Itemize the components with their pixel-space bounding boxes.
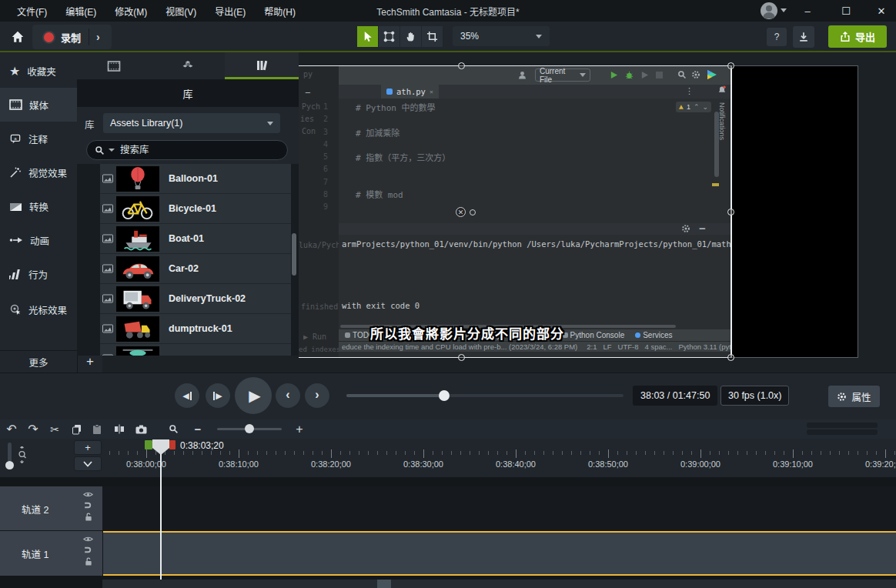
list-item-bicycle[interactable]: Bicycle-01 [100,194,291,224]
menu-view[interactable]: 视图(V) [156,5,206,18]
hide-panel-icon[interactable]: − [699,222,706,235]
lock-icon[interactable] [85,557,92,566]
magnet-icon[interactable] [84,501,92,509]
step-forward-button[interactable]: ▶ [206,383,230,408]
split-button[interactable] [109,419,129,439]
track-1-header[interactable]: 轨道 1 [0,531,102,576]
play-button[interactable]: ▶ [235,377,272,414]
list-item-dumptruck[interactable]: dumptruck-01 [100,314,291,344]
list-item-boat[interactable]: Boat-01 [100,224,291,254]
menu-file[interactable]: 文件(F) [8,5,56,18]
menu-help[interactable]: 帮助(H) [255,5,305,18]
record-dot-icon[interactable] [42,31,55,44]
cursor-tool-button[interactable] [357,26,378,47]
rotation-anchor-icon[interactable]: ✕ [456,207,466,217]
eye-icon[interactable] [83,536,93,543]
selection-handle-right[interactable] [727,209,734,215]
library-scrollbar[interactable] [292,168,296,322]
minimize-button[interactable]: – [794,0,821,22]
help-button[interactable]: ? [767,28,787,46]
playhead-line[interactable] [160,454,162,580]
sidebar-item-favorites[interactable]: ★ 收藏夹 [0,54,77,88]
selection-handle-bottom-right[interactable] [727,354,734,361]
canvas-zoom-select[interactable]: 35% [453,26,550,46]
record-button[interactable]: 录制 [61,30,81,45]
maximize-button[interactable]: ☐ [833,0,859,22]
tab-python-console[interactable]: Python Console [563,331,625,339]
list-item-partial[interactable] [100,344,291,356]
seek-slider[interactable] [346,394,624,397]
previous-clip-button[interactable]: ‹ [276,383,300,408]
tab-services[interactable]: Services [635,331,672,339]
redo-button[interactable]: ↷ [23,419,43,439]
menu-export[interactable]: 导出(E) [206,5,255,18]
tab-library[interactable] [225,52,299,79]
rotation-handle-icon[interactable] [470,209,476,215]
crop-tool-button[interactable] [422,26,443,47]
timeline-zoom-button[interactable] [163,419,183,439]
export-button[interactable]: 导出 [828,25,887,48]
record-expand-chevron-icon[interactable]: › [89,31,107,43]
list-item-car[interactable]: Car-02 [100,254,291,284]
lock-icon[interactable] [85,513,92,521]
timeline-hscrollbar-thumb[interactable] [377,580,391,588]
selection-handle-bottom[interactable] [458,354,465,361]
playhead-in-handle[interactable] [145,440,152,449]
undo-button[interactable]: ↶ [2,419,22,439]
selection-handle-top-right[interactable] [727,62,734,69]
download-button[interactable] [793,26,814,48]
zoom-in-button[interactable]: + [289,419,309,439]
next-clip-button[interactable]: › [305,383,329,408]
list-item-deliverytruck[interactable]: DeliveryTruck-02 [100,284,291,314]
editor-tab-mathpy[interactable]: ath.py ✕ [381,85,439,99]
snapshot-button[interactable] [131,419,151,439]
tab-assets[interactable] [151,52,225,79]
editor-console-splitter[interactable]: − [339,223,731,235]
timeline-hscrollbar[interactable] [102,580,896,588]
avatar-caret-icon[interactable] [781,8,787,12]
sidebar-item-visual-effects[interactable]: 视觉效果 [0,155,77,189]
properties-button[interactable]: 属性 [828,386,880,407]
sidebar-item-annotations[interactable]: a 注释 [0,122,77,155]
timeline-zoom-thumb[interactable] [245,424,254,433]
pan-tool-button[interactable] [400,26,421,47]
menu-edit[interactable]: 编辑(E) [56,5,105,18]
sidebar-item-behaviors[interactable]: 行为 [0,257,77,291]
run-config-select[interactable]: Current File [535,68,590,82]
add-track-button[interactable]: + [74,440,102,455]
paste-button[interactable] [87,419,107,439]
library-search-input[interactable] [119,144,260,156]
eye-icon[interactable] [83,491,93,498]
close-button[interactable]: ✕ [868,0,894,22]
sidebar-item-animations[interactable]: 动画 [0,223,77,257]
transform-tool-button[interactable] [379,26,400,47]
timeline-clip-selected[interactable] [103,531,896,576]
sidebar-item-media[interactable]: 媒体 [0,88,77,122]
library-search[interactable] [86,140,288,160]
home-button[interactable] [6,25,29,48]
media-pycharm-recording[interactable]: py − Pych ies Con 123456789 luka/Pych fi… [299,65,731,358]
library-select[interactable]: Assets Library(1) [103,113,280,133]
copy-button[interactable] [66,419,86,439]
tab-media-bin[interactable] [77,52,151,79]
collapse-tracks-button[interactable] [74,456,102,471]
track-2-content[interactable] [102,486,896,530]
fps-display[interactable]: 30 fps (1.0x) [720,386,789,406]
menu-modify[interactable]: 修改(M) [105,5,156,18]
sidebar-item-cursor-effects[interactable]: 光标效果 [0,292,77,326]
zoom-out-button[interactable]: − [188,419,208,439]
avatar[interactable] [761,2,777,19]
track-2-header[interactable]: 轨道 2 [0,486,102,530]
selection-handle-top[interactable] [458,62,465,69]
track-height-thumb[interactable] [5,461,14,469]
step-back-button[interactable]: ◀ [175,383,199,408]
seek-slider-thumb[interactable] [439,390,450,401]
playhead-out-handle[interactable] [169,440,176,449]
sidebar-item-transitions[interactable]: 转换 [0,189,77,223]
sidebar-more-button[interactable]: 更多 [0,350,77,373]
cut-button[interactable]: ✂ [45,419,65,439]
track-height-slider[interactable] [8,443,12,463]
magnet-icon[interactable] [84,546,92,554]
list-item-balloon[interactable]: Balloon-01 [100,164,291,194]
close-tab-icon[interactable]: ✕ [430,89,433,95]
